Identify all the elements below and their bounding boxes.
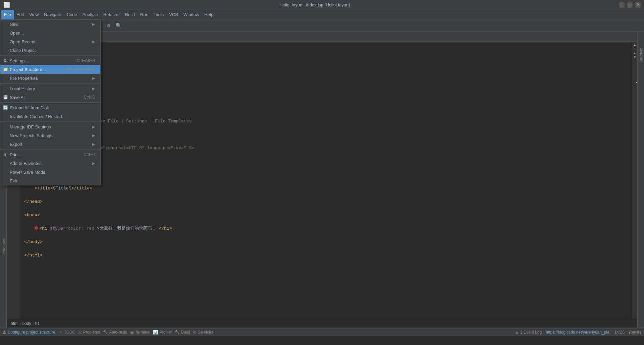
project-structure-shortcut: Ctrl+Alt+Shift+S bbox=[66, 67, 95, 72]
cursor-position: 14:26 bbox=[614, 330, 625, 335]
terminal-label: Terminal bbox=[135, 330, 150, 335]
menu-analyze[interactable]: Analyze bbox=[80, 10, 101, 19]
menu-window[interactable]: Window bbox=[181, 10, 202, 19]
menu-item-reload-all[interactable]: 🔄 Reload All from Disk bbox=[0, 103, 100, 112]
menu-item-new[interactable]: New ▶ bbox=[0, 20, 100, 28]
warning-icon: ⚠ bbox=[3, 330, 6, 335]
menu-view[interactable]: View bbox=[26, 10, 41, 19]
status-warning-item: ⚠ Configure project structure bbox=[3, 330, 55, 335]
warning-indicator: ▲ 1 ▲ ▼ bbox=[633, 43, 637, 59]
event-log-label: Event Log bbox=[524, 330, 542, 335]
build-icon: 🔨 bbox=[175, 330, 180, 335]
menu-item-print[interactable]: 🖨 Print... Ctrl+P bbox=[0, 150, 100, 159]
menu-item-invalidate-caches[interactable]: Invalidate Caches / Restart... bbox=[0, 112, 100, 121]
code-line-8: <%@ page contentType="text/html;charset=… bbox=[24, 145, 629, 152]
separator-1 bbox=[0, 55, 100, 56]
nav-up-icon[interactable]: ▲ bbox=[633, 51, 637, 55]
code-line-11: <title>$Title$</title> bbox=[24, 185, 629, 192]
menu-bar: File Edit View Navigate Code Analyze Ref… bbox=[0, 10, 644, 19]
terminal-tab[interactable]: ▣ Terminal bbox=[130, 330, 150, 335]
position-item[interactable]: 14:26 bbox=[614, 330, 625, 335]
menu-item-save-all[interactable]: 💾 Save All Ctrl+S bbox=[0, 93, 100, 102]
window-controls[interactable]: ─ □ ✕ bbox=[619, 2, 641, 8]
menu-item-exit[interactable]: Exit bbox=[0, 176, 100, 185]
code-line-1: <%-- bbox=[24, 51, 629, 58]
menu-build[interactable]: Build bbox=[122, 10, 138, 19]
menu-item-local-history[interactable]: Local History ▶ bbox=[0, 84, 100, 93]
auto-build-tab[interactable]: 🔨 Auto-build bbox=[103, 330, 127, 335]
settings-icon: ⚙ bbox=[3, 58, 7, 63]
status-left: ⚠ Configure project structure ✓ TODO ⚠ P… bbox=[3, 330, 213, 335]
minimize-button[interactable]: ─ bbox=[619, 2, 625, 8]
menu-item-file-properties[interactable]: File Properties ▶ bbox=[0, 74, 100, 82]
problems-icon: ⚠ bbox=[78, 330, 82, 335]
build-tab[interactable]: 🔨 Build bbox=[175, 330, 190, 335]
file-properties-arrow-icon: ▶ bbox=[92, 76, 95, 80]
services-label: Services bbox=[198, 330, 213, 335]
todo-label: TODO bbox=[64, 330, 75, 335]
menu-item-open-recent[interactable]: Open Recent ▶ bbox=[0, 37, 100, 46]
menu-tools[interactable]: Tools bbox=[151, 10, 166, 19]
menu-item-export[interactable]: Export ▶ bbox=[0, 140, 100, 149]
breadcrumb-bar: html › body › h1 bbox=[7, 319, 637, 328]
code-line-6: To change this template use File | Setti… bbox=[24, 118, 629, 125]
menu-item-file-properties-label: File Properties bbox=[10, 76, 38, 81]
menu-vcs[interactable]: VCS bbox=[166, 10, 181, 19]
menu-run[interactable]: Run bbox=[138, 10, 151, 19]
menu-file[interactable]: File bbox=[1, 10, 14, 19]
breadcrumb-body[interactable]: body bbox=[22, 321, 31, 326]
menu-item-close-project[interactable]: Close Project bbox=[0, 46, 100, 55]
todo-tab[interactable]: ✓ TODO bbox=[59, 330, 75, 335]
new-projects-arrow-icon: ▶ bbox=[92, 133, 95, 138]
profiler-tab[interactable]: 📊 Profiler bbox=[153, 330, 172, 335]
menu-item-new-projects[interactable]: New Projects Settings ▶ bbox=[0, 131, 100, 140]
menu-refactor[interactable]: Refactor bbox=[101, 10, 122, 19]
separator-4 bbox=[0, 121, 100, 122]
structure-panel-label[interactable]: Structure bbox=[638, 45, 644, 65]
code-editor: 12345 678910 1112131415 1617 <%-- Create… bbox=[7, 42, 637, 319]
save-all-icon: 💾 bbox=[3, 95, 8, 100]
print-shortcut: Ctrl+P bbox=[84, 152, 95, 157]
status-right: ▲ 1 Event Log https://blog.csdn.net/yere… bbox=[515, 330, 641, 335]
menu-item-export-label: Export bbox=[10, 142, 22, 147]
menu-item-open[interactable]: Open... bbox=[0, 28, 100, 37]
menu-edit[interactable]: Edit bbox=[14, 10, 26, 19]
configure-project-link[interactable]: Configure project structure bbox=[8, 330, 55, 335]
main-content: Project Favorites New ▶ Open... Open Rec… bbox=[0, 32, 644, 328]
add-favorites-arrow-icon: ▶ bbox=[92, 161, 95, 166]
services-tab[interactable]: ⚙ Services bbox=[193, 330, 213, 335]
search-everywhere-button[interactable]: 🔍 bbox=[114, 21, 123, 30]
breadcrumb-html[interactable]: html bbox=[11, 321, 18, 326]
file-menu-dropdown: New ▶ Open... Open Recent ▶ Close Projec… bbox=[0, 19, 101, 185]
url-item[interactable]: https://blog.csdn.net/yerenyuan_pku bbox=[546, 330, 610, 335]
nav-down-icon[interactable]: ▼ bbox=[633, 55, 637, 59]
menu-code[interactable]: Code bbox=[64, 10, 80, 19]
menu-item-power-save[interactable]: Power Save Mode bbox=[0, 168, 100, 176]
status-bar: ⚠ Configure project structure ✓ TODO ⚠ P… bbox=[0, 328, 644, 336]
menu-help[interactable]: Help bbox=[202, 10, 216, 19]
event-log-item[interactable]: ▲ 1 Event Log bbox=[515, 330, 542, 335]
export-arrow-icon: ▶ bbox=[92, 142, 95, 147]
build-label: Build bbox=[181, 330, 190, 335]
code-content[interactable]: <%-- Created by IntelliJ IDEA. User: lia… bbox=[20, 42, 633, 319]
warning-triangle-icon: ▲ bbox=[633, 43, 637, 47]
maximize-button[interactable]: □ bbox=[627, 2, 633, 8]
breadcrumb-sep-1: › bbox=[20, 321, 21, 326]
breadcrumb-h1[interactable]: h1 bbox=[35, 321, 40, 326]
project-structure-icon: 📁 bbox=[3, 67, 8, 72]
menu-item-settings[interactable]: ⚙ Settings... Ctrl+Alt+S bbox=[0, 56, 100, 65]
title-bar-left: ⬜ bbox=[3, 2, 10, 8]
encoding-item[interactable]: spaces bbox=[629, 330, 641, 335]
menu-item-project-structure[interactable]: 📁 Project Structure... Ctrl+Alt+Shift+S bbox=[0, 65, 100, 74]
print-icon: 🖨 bbox=[3, 152, 7, 157]
favorites-panel-label[interactable]: Favorites bbox=[1, 236, 6, 256]
menu-item-manage-ide[interactable]: Manage IDE Settings ▶ bbox=[0, 122, 100, 131]
code-line-13: <body> bbox=[24, 212, 629, 219]
server-button[interactable]: 🖥 bbox=[104, 21, 113, 30]
menu-item-add-favorites[interactable]: Add to Favorites ▶ bbox=[0, 159, 100, 168]
reload-icon: 🔄 bbox=[3, 105, 8, 110]
terminal-icon: ▣ bbox=[130, 330, 134, 335]
problems-tab[interactable]: ⚠ Problems bbox=[78, 330, 100, 335]
menu-navigate[interactable]: Navigate bbox=[41, 10, 64, 19]
close-button[interactable]: ✕ bbox=[635, 2, 641, 8]
